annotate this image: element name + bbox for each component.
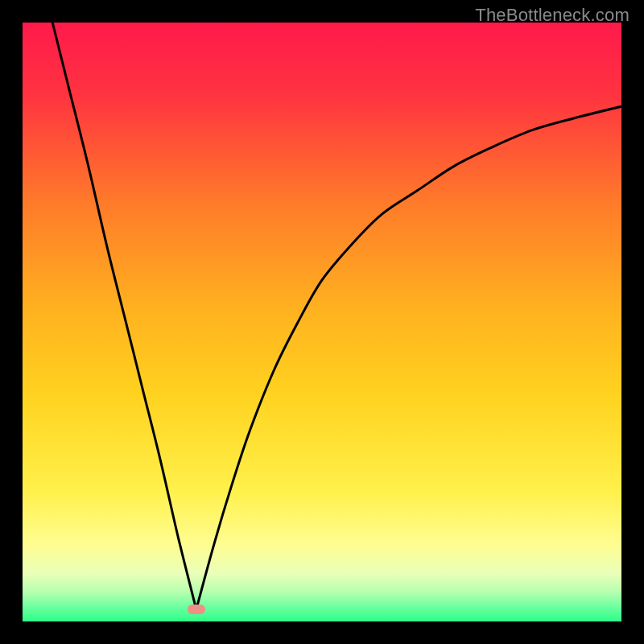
curve-left-branch xyxy=(52,23,196,609)
chart-curve xyxy=(23,23,621,621)
watermark-text: TheBottleneck.com xyxy=(475,5,630,26)
minimum-marker xyxy=(188,605,205,614)
chart-frame xyxy=(23,23,621,621)
chart-plot-area xyxy=(23,23,621,621)
curve-right-branch xyxy=(196,106,621,609)
